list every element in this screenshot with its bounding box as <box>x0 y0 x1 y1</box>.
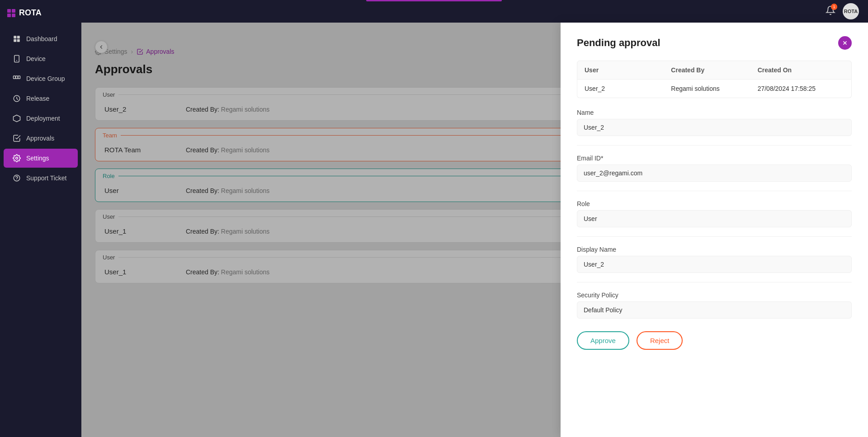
pending-approval-panel: Pending approval User Created By Created… <box>561 23 868 437</box>
approvals-icon <box>13 134 21 142</box>
device-icon <box>13 55 21 63</box>
field-name-label: Name <box>577 109 852 116</box>
field-email: Email ID* user_2@regami.com <box>577 155 852 182</box>
avatar-text: ROTA <box>844 9 858 14</box>
modal-actions: Approve Reject <box>577 331 852 350</box>
sidebar-item-label: Release <box>26 95 49 102</box>
sidebar-item-settings[interactable]: Settings <box>4 149 78 168</box>
dashboard-icon <box>13 35 21 43</box>
field-security-policy: Security Policy Default Policy <box>577 291 852 319</box>
sidebar-item-label: Support Ticket <box>26 174 67 182</box>
sidebar-item-label: Dashboard <box>26 35 57 42</box>
row-created-by: Regami solutions <box>671 85 757 92</box>
logo-grid <box>7 9 15 17</box>
field-role: Role User <box>577 200 852 227</box>
notification-badge: 1 <box>831 4 837 10</box>
release-icon <box>13 94 21 103</box>
row-created-on: 27/08/2024 17:58:25 <box>758 85 844 92</box>
svg-rect-1 <box>17 36 20 38</box>
topbar: 1 ROTA <box>81 0 868 23</box>
notification-bell[interactable]: 1 <box>826 5 835 17</box>
svg-rect-7 <box>16 76 18 79</box>
reject-button[interactable]: Reject <box>637 331 683 350</box>
field-email-label: Email ID* <box>577 155 852 162</box>
row-user: User_2 <box>585 85 671 92</box>
divider <box>577 282 852 282</box>
main-area: Settings › Approvals Approvals User User… <box>81 23 868 437</box>
field-name: Name User_2 <box>577 109 852 136</box>
svg-rect-8 <box>18 76 20 79</box>
divider <box>577 236 852 237</box>
modal-table-row: User_2 Regami solutions 27/08/2024 17:58… <box>577 80 852 98</box>
field-name-value: User_2 <box>577 119 852 136</box>
svg-rect-3 <box>17 39 20 42</box>
sidebar-item-support[interactable]: Support Ticket <box>4 169 78 188</box>
sidebar-item-label: Device <box>26 55 46 62</box>
sidebar-nav: Dashboard Device Device Group Release De <box>0 26 81 437</box>
svg-point-5 <box>16 60 17 61</box>
svg-rect-2 <box>14 39 16 42</box>
svg-rect-6 <box>14 76 16 79</box>
field-display-name-label: Display Name <box>577 246 852 253</box>
sidebar-item-device-group[interactable]: Device Group <box>4 69 78 88</box>
sidebar-item-release[interactable]: Release <box>4 89 78 108</box>
sidebar: ROTA Dashboard Device Device Group Rele <box>0 0 81 437</box>
sidebar-item-label: Settings <box>26 155 49 162</box>
close-button[interactable] <box>838 36 852 50</box>
col-user: User <box>585 66 671 74</box>
settings-icon <box>13 154 21 162</box>
device-group-icon <box>13 75 21 83</box>
loading-bar <box>366 0 502 1</box>
support-icon <box>13 174 21 182</box>
sidebar-item-dashboard[interactable]: Dashboard <box>4 29 78 48</box>
field-email-value: user_2@regami.com <box>577 164 852 182</box>
field-security-policy-value: Default Policy <box>577 301 852 319</box>
svg-point-11 <box>17 179 17 180</box>
divider <box>577 191 852 191</box>
modal-title: Pending approval <box>577 37 660 49</box>
field-security-policy-label: Security Policy <box>577 291 852 299</box>
user-avatar[interactable]: ROTA <box>843 3 859 19</box>
col-created-by: Created By <box>671 66 757 74</box>
field-display-name: Display Name User_2 <box>577 246 852 273</box>
col-created-on: Created On <box>758 66 844 74</box>
sidebar-item-label: Device Group <box>26 75 65 82</box>
app-logo: ROTA <box>0 0 81 26</box>
approve-button[interactable]: Approve <box>577 331 629 350</box>
sidebar-item-deployment[interactable]: Deployment <box>4 109 78 128</box>
sidebar-item-label: Deployment <box>26 115 60 122</box>
field-display-name-value: User_2 <box>577 256 852 273</box>
deployment-icon <box>13 114 21 122</box>
sidebar-item-device[interactable]: Device <box>4 49 78 68</box>
modal-header: Pending approval <box>577 36 852 50</box>
sidebar-item-approvals[interactable]: Approvals <box>4 129 78 148</box>
modal-table-header: User Created By Created On <box>577 61 852 80</box>
field-role-label: Role <box>577 200 852 207</box>
app-name: ROTA <box>19 8 42 18</box>
close-icon <box>842 40 848 46</box>
svg-rect-4 <box>14 56 19 62</box>
svg-rect-0 <box>14 36 16 38</box>
divider <box>577 145 852 146</box>
sidebar-item-label: Approvals <box>26 135 54 142</box>
field-role-value: User <box>577 210 852 227</box>
